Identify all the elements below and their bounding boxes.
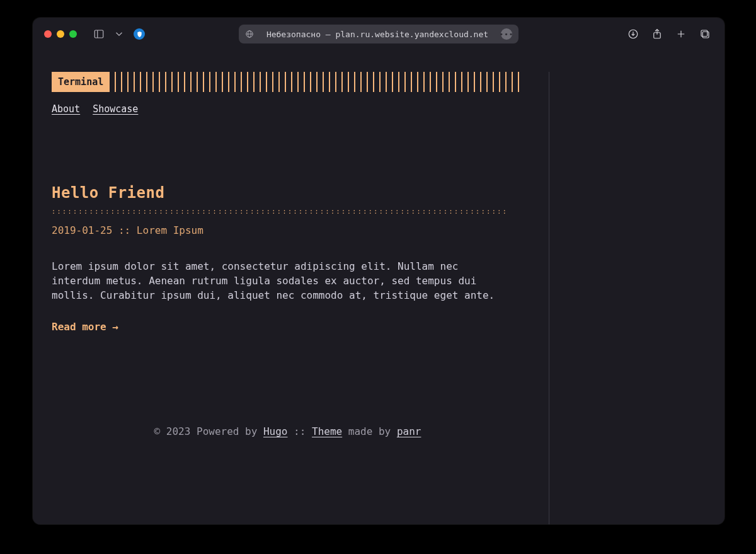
footer-sep: ::: [287, 425, 312, 437]
header: Terminal: [52, 72, 524, 92]
page-viewport: Terminal About Showcase Hello Friend :::…: [33, 50, 724, 524]
main-nav: About Showcase: [52, 103, 524, 115]
post: Hello Friend :::::::::::::::::::::::::::…: [52, 184, 524, 333]
tabs-overview-icon[interactable]: [699, 28, 711, 40]
titlebar: Небезопасно — plan.ru.website.yandexclou…: [33, 18, 724, 50]
header-decoration: [115, 72, 524, 92]
sidebar-toggle-icon[interactable]: [93, 28, 105, 40]
post-divider: ::::::::::::::::::::::::::::::::::::::::…: [52, 208, 505, 214]
downloads-icon[interactable]: [627, 28, 639, 40]
svg-rect-0: [94, 30, 103, 38]
chevron-down-icon[interactable]: [113, 28, 125, 40]
footer-made-by: made by: [342, 425, 397, 437]
address-bar-more-icon[interactable]: •••: [501, 28, 512, 40]
footer-theme-link[interactable]: Theme: [312, 425, 342, 437]
footer-hugo-link[interactable]: Hugo: [263, 425, 288, 437]
share-icon[interactable]: [651, 28, 663, 40]
post-title[interactable]: Hello Friend: [52, 184, 524, 202]
svg-rect-11: [702, 32, 709, 38]
footer-panr-link[interactable]: panr: [397, 425, 421, 437]
post-meta: 2019-01-25 :: Lorem Ipsum: [52, 224, 524, 236]
footer-copyright: © 2023 Powered by: [154, 425, 263, 437]
address-bar-text: Небезопасно — plan.ru.website.yandexclou…: [259, 30, 496, 39]
address-bar[interactable]: Небезопасно — plan.ru.website.yandexclou…: [239, 25, 518, 43]
toolbar-right: [627, 28, 713, 40]
close-window-button[interactable]: [44, 30, 52, 38]
window-controls: [44, 30, 77, 38]
post-date: 2019-01-25: [52, 224, 112, 236]
footer: © 2023 Powered by Hugo :: Theme made by …: [52, 425, 524, 437]
new-tab-icon[interactable]: [675, 28, 687, 40]
site-logo[interactable]: Terminal: [52, 72, 110, 92]
globe-icon: [245, 30, 254, 38]
post-author: Lorem Ipsum: [137, 224, 203, 236]
minimize-window-button[interactable]: [57, 30, 64, 38]
content-column: Terminal About Showcase Hello Friend :::…: [52, 72, 549, 524]
nav-about[interactable]: About: [52, 103, 80, 115]
svg-rect-12: [701, 30, 707, 37]
read-more-link[interactable]: Read more →: [52, 321, 118, 333]
meta-sep: ::: [112, 224, 137, 236]
post-excerpt: Lorem ipsum dolor sit amet, consectetur …: [52, 259, 505, 303]
nav-showcase[interactable]: Showcase: [93, 103, 138, 115]
toolbar-left: [93, 28, 145, 40]
browser-window: Небезопасно — plan.ru.website.yandexclou…: [33, 18, 724, 524]
maximize-window-button[interactable]: [69, 30, 77, 38]
extension-shield-icon[interactable]: [134, 28, 145, 40]
